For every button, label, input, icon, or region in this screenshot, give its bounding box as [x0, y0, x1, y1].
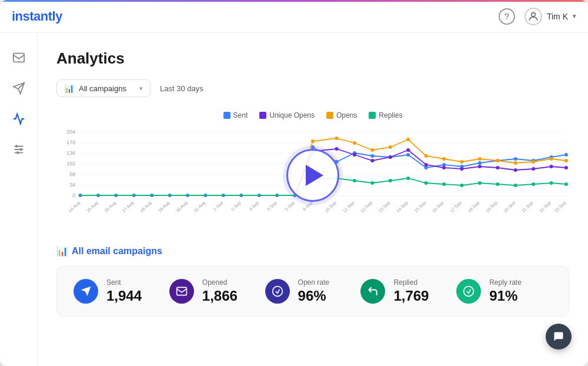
svg-point-79: [564, 153, 568, 157]
svg-point-89: [478, 157, 482, 161]
stat-icon-opened: [169, 279, 194, 304]
svg-text:29 Aug: 29 Aug: [157, 200, 171, 214]
content-area: Analytics 📊 All campaigns ▾ Last 30 days…: [38, 33, 588, 366]
svg-point-94: [564, 159, 568, 162]
svg-point-127: [272, 287, 282, 297]
svg-text:0: 0: [72, 192, 75, 198]
svg-point-119: [478, 181, 482, 185]
svg-text:1 Sep: 1 Sep: [212, 200, 224, 212]
svg-text:136: 136: [66, 150, 75, 156]
svg-point-109: [564, 166, 568, 169]
stat-icon-sent: [74, 279, 98, 304]
svg-point-99: [389, 155, 392, 159]
svg-point-101: [425, 163, 428, 167]
svg-point-121: [514, 184, 517, 187]
chat-button[interactable]: [546, 324, 572, 350]
svg-text:10 Sep: 10 Sep: [324, 200, 338, 214]
svg-point-92: [532, 160, 535, 164]
svg-point-88: [460, 160, 463, 164]
svg-point-98: [370, 159, 374, 162]
legend-label-opens: Opens: [336, 111, 357, 119]
svg-point-114: [389, 179, 392, 182]
svg-text:22 Sep: 22 Sep: [539, 200, 552, 214]
campaign-select[interactable]: 📊 All campaigns ▾: [56, 79, 151, 97]
stat-label-open-rate: Open rate: [298, 278, 329, 287]
svg-point-124: [564, 182, 568, 186]
svg-text:12 Sep: 12 Sep: [359, 200, 373, 214]
stat-opened: Opened 1,866: [169, 278, 265, 304]
legend-dot-unique-opens: [259, 112, 266, 119]
svg-point-122: [532, 182, 535, 186]
svg-text:24 Aug: 24 Aug: [68, 200, 81, 214]
section-title: 📊 All email campaigns: [56, 245, 569, 257]
stat-info-open-rate: Open rate 96%: [298, 278, 329, 304]
chevron-down-icon: ▾: [573, 12, 576, 20]
svg-text:6 Sep: 6 Sep: [302, 200, 313, 212]
stat-value-reply-rate: 91%: [489, 288, 522, 304]
svg-point-74: [478, 161, 482, 165]
stat-label-opened: Opened: [202, 278, 238, 287]
svg-text:16 Sep: 16 Sep: [431, 200, 445, 214]
legend-replies: Replies: [369, 111, 402, 119]
topbar: instantly ? Tim K ▾: [0, 0, 588, 33]
svg-text:4 Sep: 4 Sep: [266, 200, 278, 212]
svg-point-7: [15, 145, 17, 147]
svg-point-70: [406, 153, 410, 157]
svg-point-93: [550, 157, 553, 161]
svg-point-87: [442, 157, 446, 161]
stat-label-sent: Sent: [106, 278, 142, 287]
svg-text:11 Sep: 11 Sep: [342, 200, 355, 214]
svg-text:68: 68: [69, 171, 75, 177]
legend-dot-sent: [223, 112, 230, 119]
user-menu[interactable]: Tim K ▾: [524, 8, 576, 25]
svg-text:20 Sep: 20 Sep: [503, 200, 516, 214]
sidebar-item-mail[interactable]: [6, 45, 32, 71]
filters-row: 📊 All campaigns ▾ Last 30 days: [56, 79, 569, 97]
svg-point-9: [16, 152, 18, 154]
chart-wrapper: Sent Unique Opens Opens Replies: [56, 111, 569, 229]
chart-container: 204 170 136 102 68 34 0: [56, 127, 569, 224]
main-layout: Analytics 📊 All campaigns ▾ Last 30 days…: [0, 33, 588, 366]
svg-text:26 Aug: 26 Aug: [103, 200, 117, 214]
stat-info-reply-rate: Reply rate 91%: [489, 278, 522, 304]
svg-point-117: [442, 182, 446, 186]
user-name-label: Tim K: [547, 12, 568, 21]
svg-point-112: [353, 179, 356, 182]
svg-text:27 Aug: 27 Aug: [121, 200, 135, 214]
sidebar-item-analytics[interactable]: [6, 106, 32, 132]
svg-point-91: [514, 161, 517, 165]
play-button[interactable]: [286, 149, 339, 202]
play-triangle-icon: [306, 165, 323, 186]
svg-text:21 Sep: 21 Sep: [520, 200, 534, 214]
stat-sent: Sent 1,944: [74, 278, 169, 304]
svg-text:204: 204: [66, 129, 75, 135]
svg-point-81: [335, 137, 339, 140]
stat-info-opened: Opened 1,866: [202, 278, 238, 304]
svg-point-102: [442, 166, 446, 169]
svg-point-96: [335, 147, 339, 151]
svg-point-83: [370, 148, 374, 152]
svg-point-68: [370, 154, 374, 158]
svg-text:14 Sep: 14 Sep: [395, 200, 409, 214]
svg-point-103: [460, 167, 463, 171]
stats-card: Sent 1,944 Opened 1,866: [56, 266, 569, 317]
stat-value-sent: 1,944: [106, 288, 142, 304]
sidebar-item-settings[interactable]: [6, 137, 32, 162]
svg-text:3 Sep: 3 Sep: [248, 200, 260, 212]
section-emoji: 📊: [56, 245, 68, 257]
svg-text:34: 34: [69, 182, 75, 188]
topbar-right: ? Tim K ▾: [499, 8, 576, 25]
sidebar-item-send[interactable]: [6, 75, 32, 101]
user-avatar-icon: [524, 8, 542, 25]
svg-point-84: [389, 145, 392, 149]
svg-text:19 Sep: 19 Sep: [485, 200, 498, 214]
stat-open-rate: Open rate 96%: [265, 278, 361, 304]
svg-point-106: [514, 168, 517, 172]
svg-point-105: [496, 166, 499, 169]
help-button[interactable]: ?: [499, 8, 515, 25]
svg-point-115: [406, 177, 410, 180]
svg-point-82: [353, 141, 356, 145]
svg-text:17 Sep: 17 Sep: [449, 200, 462, 214]
legend-label-unique-opens: Unique Opens: [269, 111, 315, 119]
chart-legend: Sent Unique Opens Opens Replies: [56, 111, 569, 119]
